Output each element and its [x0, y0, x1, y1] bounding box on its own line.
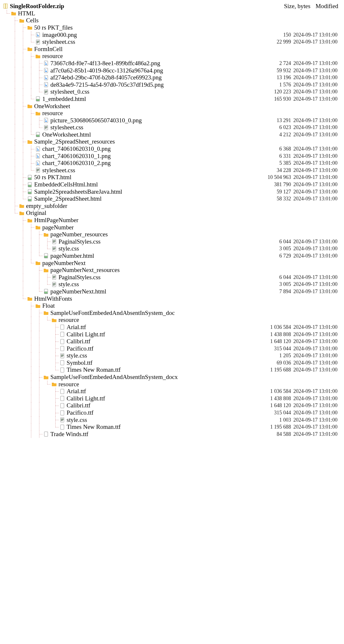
node-name: Symbol.ttf — [67, 359, 262, 367]
tree-folder[interactable]: resource — [3, 317, 341, 324]
node-size: 3 005 — [262, 246, 293, 252]
tree-file[interactable]: Times New Roman.ttf1 195 6882024-09-17 1… — [3, 367, 341, 374]
file-icon — [60, 396, 65, 401]
tree-file[interactable]: chart_740610620310_2.png5 3852024-09-17 … — [3, 159, 341, 167]
html-file-icon: HTML — [43, 289, 49, 294]
svg-rect-10 — [37, 43, 38, 43]
tree-folder[interactable]: 50 rs PKT_files — [3, 24, 341, 31]
tree-file[interactable]: chart_740610620310_1.png6 3312024-09-17 … — [3, 153, 341, 160]
node-name: pageNumberNext — [42, 260, 262, 267]
tree-file[interactable]: Pacifico.ttf315 0442024-09-17 13:01:00 — [3, 409, 341, 416]
tree-file[interactable]: stylesheet.css6 0232024-09-17 13:01:00 — [3, 124, 341, 131]
node-name: Sample_2SpreadSheet_resources — [34, 138, 262, 145]
svg-rect-31 — [45, 92, 46, 93]
file-icon — [60, 367, 65, 373]
tree-file[interactable]: PaginalStyles.css6 0442024-09-17 13:01:0… — [3, 238, 341, 245]
svg-point-55 — [37, 155, 38, 156]
tree-file[interactable]: de83a4e9-7215-4a54-97d0-705c37df19d5.png… — [3, 81, 341, 88]
tree-folder[interactable]: empty_subfolder — [3, 202, 341, 210]
svg-point-25 — [45, 84, 46, 85]
svg-text:HTML: HTML — [28, 185, 32, 186]
file-tree-viewer: SingleRootFolder.zipSize, bytesModified … — [0, 0, 344, 440]
tree-folder[interactable]: pageNumber — [3, 224, 341, 231]
tree-folder[interactable]: SampleUseFontEmbededAndAbsentInSystem_do… — [3, 373, 341, 381]
tree-file[interactable]: HTMLSample_2SpreadSheet.html58 3322024-0… — [3, 195, 341, 202]
tree-folder[interactable]: resource — [3, 110, 341, 117]
tree-file[interactable]: HTML1_embedded.html165 9302024-09-17 13:… — [3, 95, 341, 103]
tree-file[interactable]: 73667c8d-f0e7-4f13-8ee1-899bffc486a2.png… — [3, 60, 341, 67]
tree-file[interactable]: Calibri Light.ttf1 438 8082024-09-17 13:… — [3, 331, 341, 338]
tree-file[interactable]: Times New Roman.ttf1 195 6882024-09-17 1… — [3, 423, 341, 431]
tree-file[interactable]: Calibri.ttf1 648 1202024-09-17 13:01:00 — [3, 402, 341, 409]
node-name: PaginalStyles.css — [58, 238, 262, 245]
node-name: FormInCell — [34, 46, 262, 53]
folder-icon — [11, 11, 16, 16]
svg-text:HTML: HTML — [28, 199, 32, 201]
tree-file[interactable]: style.css3 0052024-09-17 13:01:00 — [3, 245, 341, 253]
node-size: 315 044 — [262, 346, 293, 352]
node-name: SampleUseFontEmbededAndAbsentInSystem_do… — [50, 373, 262, 381]
tree-folder[interactable]: Original — [3, 210, 341, 217]
tree-file[interactable]: HTMLSample2SpreadsheetsBareJava.html59 1… — [3, 188, 341, 195]
css-file-icon — [43, 125, 49, 130]
tree-folder[interactable]: pageNumberNext_resources — [3, 266, 341, 274]
svg-rect-89 — [53, 248, 55, 248]
node-modified: 2024-09-17 13:01:00 — [293, 96, 341, 102]
node-modified: 2024-09-17 13:01:00 — [293, 160, 341, 166]
tree-folder[interactable]: OneWorksheet — [3, 103, 341, 110]
tree-folder[interactable]: Cells — [3, 17, 341, 24]
tree-folder[interactable]: HTML — [3, 10, 341, 17]
node-name: pageNumberNext_resources — [50, 266, 262, 274]
node-name: Sample_2SpreadSheet.html — [34, 195, 262, 202]
tree-folder[interactable]: Float — [3, 302, 341, 309]
tree-folder[interactable]: resource — [3, 53, 341, 60]
tree-file[interactable]: image000.png1502024-09-17 13:01:00 — [3, 31, 341, 39]
tree-file[interactable]: stylesheet.css34 2282024-09-17 13:01:00 — [3, 167, 341, 174]
tree-folder[interactable]: Sample_2SpreadSheet_resources — [3, 138, 341, 146]
node-size: 13 291 — [262, 117, 293, 124]
root-archive-name[interactable]: SingleRootFolder.zip — [10, 3, 284, 10]
node-size: 34 228 — [262, 167, 293, 173]
tree-folder[interactable]: FormInCell — [3, 46, 341, 53]
tree-file[interactable]: Symbol.ttf69 0362024-09-17 13:01:00 — [3, 359, 341, 367]
html-file-icon: HTML — [27, 175, 32, 180]
tree-file[interactable]: style.css1 2052024-09-17 13:01:00 — [3, 352, 341, 360]
tree-file[interactable]: stylesheet.css22 9992024-09-17 13:01:00 — [3, 38, 341, 46]
tree-file[interactable]: Pacifico.ttf315 0442024-09-17 13:01:00 — [3, 345, 341, 352]
tree-file[interactable]: style.css3 0052024-09-17 13:01:00 — [3, 281, 341, 288]
tree-folder[interactable]: pageNumberNext — [3, 260, 341, 267]
tree-file[interactable]: Calibri.ttf1 648 1202024-09-17 13:01:00 — [3, 338, 341, 345]
tree-file[interactable]: picture_530680650650740310_0.png13 29120… — [3, 117, 341, 124]
tree-file[interactable]: af274ebd-29bc-470f-b2b8-f4057ce69923.png… — [3, 74, 341, 81]
tree-file[interactable]: chart_740610620310_0.png6 3682024-09-17 … — [3, 145, 341, 153]
tree-file[interactable]: Calibri Light.ttf1 438 8082024-09-17 13:… — [3, 395, 341, 402]
tree-folder[interactable]: SampleUseFontEmbededAndAbsentInSystem_do… — [3, 309, 341, 317]
svg-rect-29 — [45, 91, 47, 91]
svg-rect-99 — [53, 277, 55, 277]
node-size: 1 576 — [262, 82, 293, 88]
tree-folder[interactable]: pageNumber_resources — [3, 231, 341, 238]
tree-file[interactable]: HTMLpageNumberNext.html7 8942024-09-17 1… — [3, 288, 341, 295]
tree-file[interactable]: style.css1 0032024-09-17 13:01:00 — [3, 416, 341, 424]
node-modified: 2024-09-17 13:01:00 — [293, 153, 341, 159]
tree-file[interactable]: HTMLOneWorksheet.html4 2122024-09-17 13:… — [3, 131, 341, 138]
tree-file[interactable]: PaginalStyles.css6 0442024-09-17 13:01:0… — [3, 274, 341, 281]
node-modified: 2024-09-17 13:01:00 — [293, 132, 341, 138]
tree-file[interactable]: Arial.ttf1 036 5842024-09-17 13:01:00 — [3, 324, 341, 331]
node-name: 73667c8d-f0e7-4f13-8ee1-899bffc486a2.png — [50, 60, 262, 67]
node-size: 59 127 — [262, 189, 293, 195]
tree-file[interactable]: stylesheet_0.css120 2232024-09-17 13:01:… — [3, 88, 341, 96]
node-name: style.css — [58, 245, 262, 252]
tree-folder[interactable]: resource — [3, 381, 341, 388]
tree-file[interactable]: af7c0a62-85b1-4019-86cc-13126a9676a4.png… — [3, 67, 341, 74]
node-name: af274ebd-29bc-470f-b2b8-f4057ce69923.png — [50, 74, 262, 81]
tree-file[interactable]: HTML50 rs PKT.html10 504 9632024-09-17 1… — [3, 174, 341, 181]
file-icon — [60, 332, 65, 337]
tree-folder[interactable]: HtmlPageNumber — [3, 217, 341, 224]
tree-folder[interactable]: HtmlWithFonts — [3, 295, 341, 302]
tree-file[interactable]: HTMLEmbeddedCellsHtml.html381 7902024-09… — [3, 181, 341, 188]
tree-file[interactable]: Trade Winds.ttf84 5882024-09-17 13:01:00 — [3, 431, 341, 438]
tree-file[interactable]: Arial.ttf1 036 5842024-09-17 13:01:00 — [3, 388, 341, 395]
node-modified: 2024-09-17 13:01:00 — [293, 324, 341, 330]
tree-file[interactable]: HTMLpageNumber.html6 7292024-09-17 13:01… — [3, 252, 341, 260]
